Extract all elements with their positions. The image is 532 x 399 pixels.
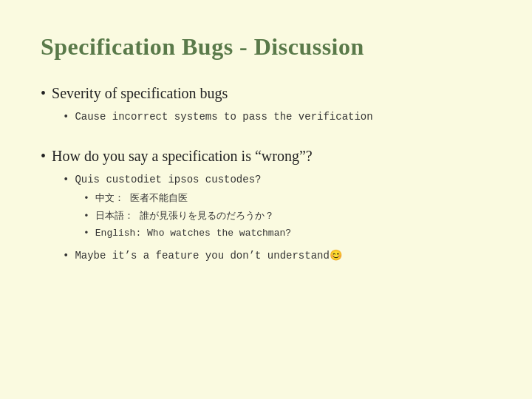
bullet-japanese-text: 日本語： 誰が見張りを見るのだろうか？ [95, 209, 274, 224]
how-sub-bullets: • Quis custodiet ipsos custodes? • 中文： 医… [63, 172, 491, 264]
bullet-how-text: How do you say a specification is “wrong… [52, 146, 313, 166]
bullet-english: • English: Who watches the watchman? [83, 226, 491, 241]
sub-dot-3: • [63, 248, 69, 264]
slide-title: Specification Bugs - Discussion [41, 33, 491, 61]
bullet-severity-sub-1: • Cause incorrect systems to pass the ve… [63, 109, 491, 125]
section-how: • How do you say a specification is “wro… [41, 146, 491, 264]
bullet-dot-2: • [41, 146, 46, 166]
bullet-chinese: • 中文： 医者不能自医 [83, 191, 491, 206]
bullet-severity-main: • Severity of specification bugs [41, 83, 491, 103]
bullet-how-sub-1: • Quis custodiet ipsos custodes? [63, 172, 491, 188]
bullet-maybe-text: Maybe it’s a feature you don’t understan… [75, 248, 341, 264]
slide: Specification Bugs - Discussion • Severi… [0, 0, 532, 399]
quis-sub-bullets: • 中文： 医者不能自医 • 日本語： 誰が見張りを見るのだろうか？ • Eng… [83, 191, 491, 241]
sub-sub-dot-3: • [83, 226, 89, 241]
sub-dot-2: • [63, 172, 69, 188]
bullet-english-text: English: Who watches the watchman? [95, 226, 291, 241]
bullet-maybe: • Maybe it’s a feature you don’t underst… [63, 248, 491, 264]
section-severity: • Severity of specification bugs • Cause… [41, 83, 491, 125]
bullet-japanese: • 日本語： 誰が見張りを見るのだろうか？ [83, 209, 491, 224]
sub-sub-dot-1: • [83, 191, 89, 206]
bullet-how-sub-1-text: Quis custodiet ipsos custodes? [75, 172, 261, 188]
sub-sub-dot-2: • [83, 209, 89, 224]
severity-sub-bullets: • Cause incorrect systems to pass the ve… [63, 109, 491, 125]
bullet-severity-sub-1-text: Cause incorrect systems to pass the veri… [75, 109, 372, 125]
sub-dot-1: • [63, 109, 69, 125]
bullet-dot-1: • [41, 83, 46, 103]
bullet-chinese-text: 中文： 医者不能自医 [95, 191, 188, 206]
bullet-how-main: • How do you say a specification is “wro… [41, 146, 491, 166]
bullet-severity-text: Severity of specification bugs [52, 83, 228, 103]
